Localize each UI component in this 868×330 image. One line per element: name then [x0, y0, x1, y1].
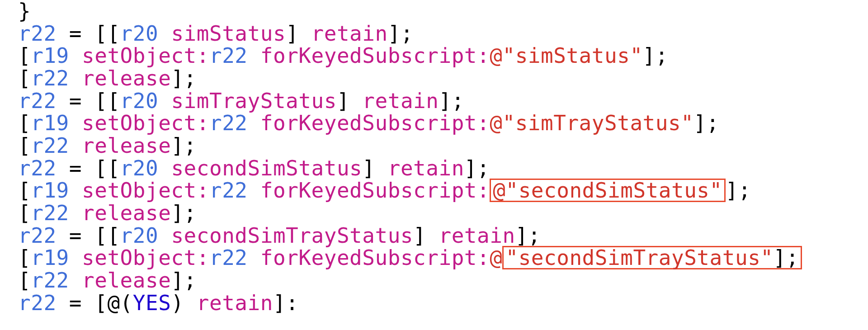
- lbr: [: [18, 268, 31, 292]
- code-line: [r22 release];: [18, 133, 197, 158]
- atp: @(: [107, 291, 132, 315]
- rbr-semi: ];: [388, 21, 413, 46]
- sp: [184, 291, 197, 315]
- code-line: [r19 setObject:r22 forKeyedSubscript:@"s…: [18, 245, 802, 270]
- rbr-semi: ];: [171, 133, 196, 158]
- eq: =: [57, 156, 95, 180]
- str-secondSimStatus: @"secondSimStatus": [493, 178, 722, 203]
- sel-setObject: setObject:: [82, 43, 209, 68]
- code-line: [r22 release];: [18, 268, 197, 292]
- str-secondSimTrayStatus: "secondSimTrayStatus": [505, 245, 773, 270]
- sp: [248, 178, 260, 203]
- reg-r19: r19: [31, 43, 69, 68]
- code-line: [r22 release];: [18, 201, 197, 225]
- reg-r22: r22: [18, 89, 57, 113]
- code-line: r22 = [@(YES) retain]:: [18, 291, 298, 315]
- lbr: [: [18, 43, 31, 68]
- lbr: [: [94, 291, 107, 315]
- rbr-semi: ];: [171, 201, 196, 225]
- sel-simTrayStatus: simTrayStatus: [171, 89, 337, 113]
- code-line: r22 = [[r20 simStatus] retain];: [18, 21, 413, 46]
- lbr2: [[: [94, 21, 120, 46]
- reg-r19: r19: [31, 111, 69, 135]
- rbr-semi: ];: [693, 111, 719, 135]
- sp: [248, 43, 260, 68]
- lbr: [: [18, 111, 31, 135]
- sel-retain: retain: [311, 21, 388, 46]
- sp: [69, 201, 82, 225]
- sp: [248, 111, 260, 135]
- eq: =: [57, 89, 95, 113]
- sp: [69, 268, 82, 292]
- sp: [69, 43, 82, 68]
- lit-yes: YES: [133, 291, 171, 315]
- sel-release: release: [82, 66, 171, 90]
- rp: ): [171, 291, 184, 315]
- code-line: r22 = [[r20 secondSimStatus] retain];: [18, 156, 490, 180]
- eq: =: [57, 21, 95, 46]
- reg-r20: r20: [120, 89, 159, 113]
- sel-retain: retain: [439, 223, 515, 248]
- reg-r19: r19: [31, 178, 69, 203]
- reg-r22: r22: [18, 223, 57, 248]
- rbr-semi: ];: [774, 245, 799, 270]
- str-simStatus: @"simStatus": [490, 43, 642, 68]
- sel-simStatus: simStatus: [171, 21, 286, 46]
- reg-r22: r22: [31, 133, 69, 158]
- reg-r19: r19: [31, 245, 69, 270]
- sp: [158, 89, 171, 113]
- rbr-sp: ]: [286, 21, 311, 46]
- sp: [69, 133, 82, 158]
- code-line: [r19 setObject:r22 forKeyedSubscript:@"s…: [18, 178, 751, 203]
- lbr: [: [18, 133, 31, 158]
- code-line: [r19 setObject:r22 forKeyedSubscript:@"s…: [18, 43, 668, 68]
- str-simTrayStatus: @"simTrayStatus": [490, 111, 693, 135]
- rbr-semi: ];: [515, 223, 541, 248]
- reg-r22: r22: [209, 178, 248, 203]
- sp: [69, 111, 82, 135]
- code-line: [r19 setObject:r22 forKeyedSubscript:@"s…: [18, 111, 719, 135]
- rbr-semi: ];: [643, 43, 668, 68]
- sel-setObject: setObject:: [82, 111, 209, 135]
- sp: [158, 21, 171, 46]
- sel-forKeyedSubscript: forKeyedSubscript:: [260, 178, 490, 203]
- sel-release: release: [82, 133, 171, 158]
- reg-r22: r22: [209, 111, 248, 135]
- sel-setObject: setObject:: [82, 178, 209, 203]
- lbr: [: [18, 66, 31, 90]
- sel-secondSimStatus: secondSimStatus: [171, 156, 362, 180]
- sel-retain: retain: [388, 156, 464, 180]
- lbr2: [[: [94, 89, 120, 113]
- lbr2: [[: [94, 223, 120, 248]
- reg-r22: r22: [31, 268, 69, 292]
- rbr-semi: ];: [171, 268, 196, 292]
- sp: [69, 245, 82, 270]
- rbr-semi: ];: [464, 156, 490, 180]
- lbr2: [[: [94, 156, 120, 180]
- code-line: }: [18, 0, 31, 23]
- sel-retain: retain: [197, 291, 273, 315]
- code-editor[interactable]: } r22 = [[r20 simStatus] retain]; [r19 s…: [0, 0, 868, 314]
- code-line: r22 = [[r20 secondSimTrayStatus] retain]…: [18, 223, 541, 248]
- sel-release: release: [82, 268, 171, 292]
- sel-forKeyedSubscript: forKeyedSubscript:: [260, 111, 490, 135]
- reg-r22: r22: [18, 21, 57, 46]
- sel-setObject: setObject:: [82, 245, 209, 270]
- eq: =: [57, 291, 95, 315]
- code-line: r22 = [[r20 simTrayStatus] retain];: [18, 89, 464, 113]
- sel-secondSimTrayStatus: secondSimTrayStatus: [171, 223, 413, 248]
- sp: [248, 245, 260, 270]
- sel-forKeyedSubscript: forKeyedSubscript:: [260, 245, 490, 270]
- rbr-colon: ]:: [273, 291, 298, 315]
- rbr-sp: ]: [413, 223, 439, 248]
- rbr-sp: ]: [362, 156, 387, 180]
- reg-r20: r20: [120, 156, 159, 180]
- reg-r22: r22: [18, 291, 57, 315]
- rbr-semi: ];: [726, 178, 751, 203]
- lbr: [: [18, 201, 31, 225]
- reg-r22: r22: [31, 201, 69, 225]
- sel-retain: retain: [362, 89, 439, 113]
- reg-r20: r20: [120, 21, 159, 46]
- reg-r22: r22: [31, 66, 69, 90]
- sp: [158, 156, 171, 180]
